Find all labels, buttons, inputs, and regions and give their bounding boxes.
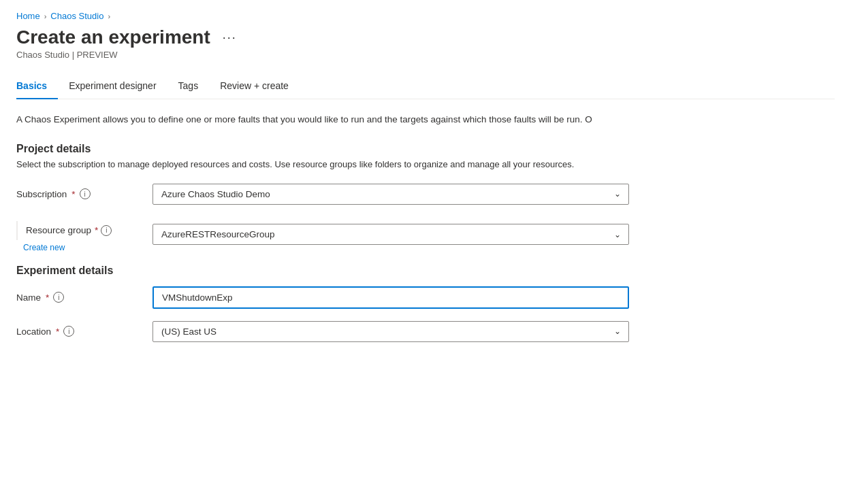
resource-group-label-area: Resource group * i Create new [16, 217, 152, 252]
name-row: Name * i [16, 286, 835, 309]
location-info-icon[interactable]: i [63, 326, 74, 337]
resource-group-info-icon[interactable]: i [101, 225, 112, 236]
resource-group-label-text: Resource group [26, 225, 91, 235]
breadcrumb-chaos-studio[interactable]: Chaos Studio [50, 11, 103, 21]
resource-group-row: Resource group * i Create new AzureRESTR… [16, 217, 835, 252]
resource-group-dropdown[interactable]: AzureRESTResourceGroup [152, 224, 629, 245]
name-label: Name * i [16, 292, 152, 303]
subscription-dropdown[interactable]: Azure Chaos Studio Demo [152, 184, 629, 205]
page-wrapper: Home › Chaos Studio › Create an experime… [0, 0, 851, 365]
location-control: (US) East US ⌄ [152, 321, 629, 342]
more-options-button[interactable]: ··· [219, 29, 241, 46]
subscription-info-icon[interactable]: i [80, 188, 91, 199]
experiment-details-section: Experiment details Name * i Location * i [16, 265, 835, 342]
resource-group-control: AzureRESTResourceGroup ⌄ [152, 224, 629, 245]
name-control [152, 286, 629, 309]
name-input[interactable] [152, 286, 629, 309]
page-subtitle: Chaos Studio | PREVIEW [16, 50, 835, 60]
tabs: Basics Experiment designer Tags Review +… [16, 73, 835, 99]
subscription-control: Azure Chaos Studio Demo ⌄ [152, 184, 629, 205]
page-title-row: Create an experiment ··· [16, 27, 835, 48]
resource-group-required: * [95, 225, 98, 235]
project-details-section: Project details Select the subscription … [16, 143, 835, 252]
description-text: A Chaos Experiment allows you to define … [16, 113, 835, 127]
resource-group-dropdown-wrapper: AzureRESTResourceGroup ⌄ [152, 224, 629, 245]
subscription-row: Subscription * i Azure Chaos Studio Demo… [16, 184, 835, 205]
page-title: Create an experiment [16, 27, 210, 48]
name-label-text: Name [16, 292, 41, 303]
subscription-required: * [71, 189, 75, 199]
subscription-label-text: Subscription [16, 189, 67, 199]
name-info-icon[interactable]: i [53, 292, 64, 303]
tab-basics[interactable]: Basics [16, 73, 58, 99]
project-details-title: Project details [16, 143, 835, 155]
breadcrumb-sep-1: › [44, 12, 47, 20]
location-row: Location * i (US) East US ⌄ [16, 321, 835, 342]
resource-group-vertical-line [16, 221, 18, 240]
tab-experiment-designer[interactable]: Experiment designer [58, 73, 167, 99]
subscription-label: Subscription * i [16, 188, 152, 199]
tab-tags[interactable]: Tags [167, 73, 210, 99]
name-required: * [46, 292, 49, 303]
breadcrumb-home[interactable]: Home [16, 11, 40, 21]
tab-review-create[interactable]: Review + create [209, 73, 300, 99]
location-dropdown[interactable]: (US) East US [152, 321, 629, 342]
breadcrumb: Home › Chaos Studio › [16, 11, 835, 21]
create-new-resource-group-link[interactable]: Create new [23, 243, 112, 252]
subscription-dropdown-wrapper: Azure Chaos Studio Demo ⌄ [152, 184, 629, 205]
location-label: Location * i [16, 326, 152, 337]
project-details-desc: Select the subscription to manage deploy… [16, 158, 835, 171]
breadcrumb-sep-2: › [108, 12, 110, 20]
location-label-text: Location [16, 326, 51, 337]
location-dropdown-wrapper: (US) East US ⌄ [152, 321, 629, 342]
experiment-details-title: Experiment details [16, 265, 835, 277]
location-required: * [56, 326, 59, 337]
